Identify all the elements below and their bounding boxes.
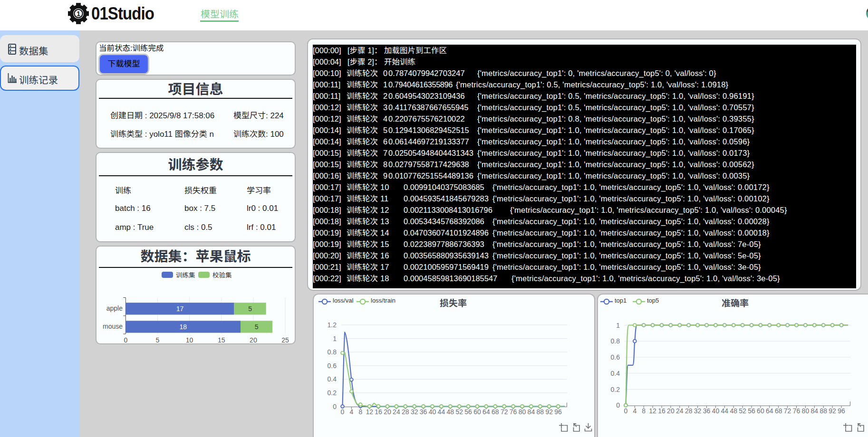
svg-text:1: 1	[77, 10, 80, 18]
